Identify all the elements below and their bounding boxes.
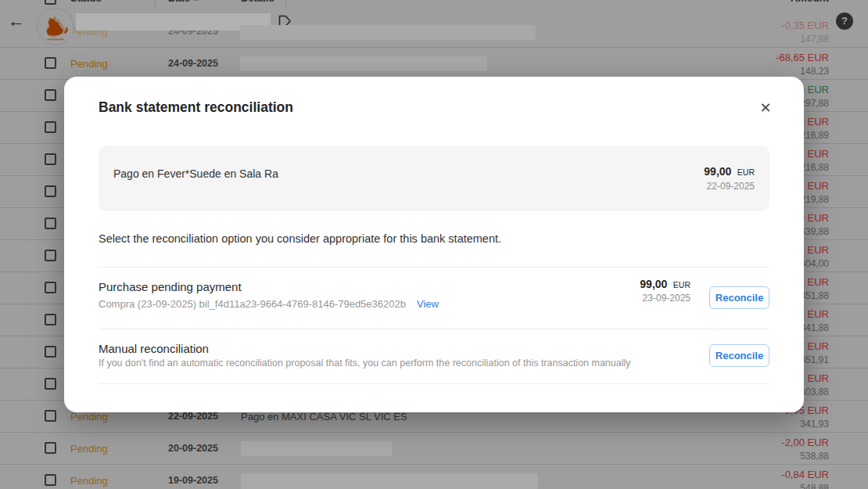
statement-date: 22-09-2025	[707, 181, 755, 192]
divider	[99, 329, 769, 329]
reconcile-purchase-button[interactable]: Reconcile	[709, 286, 769, 309]
bank-app-screen: Status Date ⇅ Details Amount Pending 24-…	[0, 0, 868, 489]
reconciliation-modal: Bank statement reconciliation ✕ Pago en …	[64, 77, 804, 412]
redaction-block	[240, 56, 487, 71]
option-purchase-amount: 99,00 EUR	[640, 277, 690, 291]
option-manual-subtitle: If you don't find an automatic reconcili…	[99, 358, 631, 369]
statement-description: Pago en Fever*Suede en Sala Ra	[113, 167, 278, 180]
redaction-block	[240, 25, 536, 40]
option-purchase-date: 23-09-2025	[643, 293, 690, 304]
reconcile-manual-button[interactable]: Reconcile	[709, 344, 769, 367]
statement-amount: 99,00 EUR	[704, 164, 755, 178]
modal-title: Bank statement reconciliation	[99, 99, 293, 116]
option-manual-title: Manual reconciliation	[99, 342, 209, 355]
redaction-block	[241, 473, 538, 489]
close-icon[interactable]: ✕	[755, 97, 777, 119]
divider	[99, 267, 769, 268]
option-purchase-subtitle: Compra (23-09-2025) bil_f4d11a23-9664-47…	[99, 298, 439, 310]
statement-card: Pago en Fever*Suede en Sala Ra 99,00 EUR…	[99, 146, 769, 211]
divider	[99, 383, 769, 384]
instruction-text: Select the reconciliation option you con…	[99, 232, 501, 245]
redaction-block	[241, 441, 392, 456]
option-purchase-title: Purchase pending payment	[99, 280, 242, 293]
view-link[interactable]: View	[417, 298, 439, 310]
